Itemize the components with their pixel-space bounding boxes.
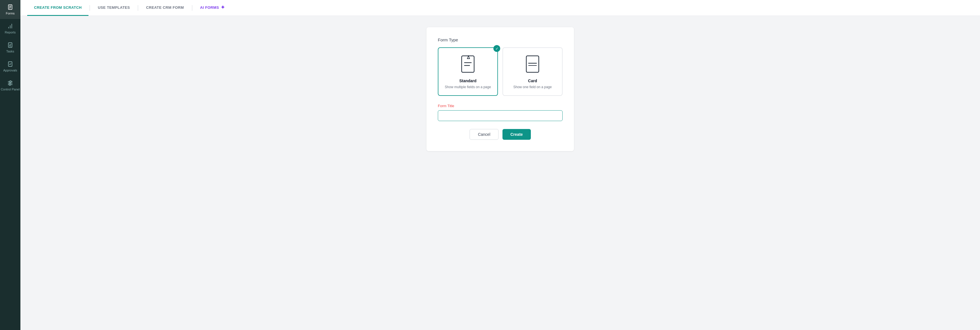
sidebar-item-approvals[interactable]: Approvals [0,57,21,76]
forms-icon [7,4,13,10]
main-area: CREATE FROM SCRATCH USE TEMPLATES CREATE… [21,0,980,330]
tab-create-crm-form[interactable]: CREATE CRM FORM [139,0,191,16]
type-option-standard[interactable]: ✓ Standard Show multiple fields on a pag… [438,48,498,96]
type-option-card[interactable]: Card Show one field on a page [503,48,563,96]
card-form-icon [524,55,541,75]
create-button[interactable]: Create [503,129,531,140]
tab-bar: CREATE FROM SCRATCH USE TEMPLATES CREATE… [21,0,980,16]
content-area: Form Type ✓ Standard Show multiple field… [21,16,980,330]
tasks-icon [7,42,13,48]
sidebar-item-control-panel-label: Control Panel [1,87,20,91]
approvals-icon [7,61,13,67]
selected-check-badge: ✓ [493,45,500,52]
sidebar-item-forms-label: Forms [6,12,14,15]
button-row: Cancel Create [438,129,563,140]
cancel-button[interactable]: Cancel [469,129,498,140]
sidebar-item-control-panel[interactable]: Control Panel [0,76,21,95]
svg-rect-22 [526,56,539,72]
card-type-desc: Show one field on a page [513,85,552,90]
tab-ai-forms[interactable]: AI FORMS ✦ [193,0,232,16]
type-options: ✓ Standard Show multiple fields on a pag… [438,48,563,96]
tab-divider-2 [138,5,138,11]
tab-use-templates[interactable]: USE TEMPLATES [91,0,137,16]
sidebar-item-reports-label: Reports [5,31,16,34]
card-type-name: Card [528,79,537,83]
standard-type-name: Standard [460,79,477,83]
tab-create-from-scratch[interactable]: CREATE FROM SCRATCH [27,0,89,16]
form-card: Form Type ✓ Standard Show multiple field… [426,27,574,151]
form-title-input[interactable] [438,110,563,121]
sidebar-item-tasks-label: Tasks [6,49,14,53]
sidebar-item-forms[interactable]: Forms [0,0,21,19]
form-type-label: Form Type [438,37,563,42]
standard-type-desc: Show multiple fields on a page [445,85,491,90]
standard-form-icon [460,55,476,75]
ai-star-icon: ✦ [221,4,225,11]
reports-icon [7,23,13,29]
form-title-label: Form Title [438,104,563,108]
sidebar-item-approvals-label: Approvals [3,68,17,72]
control-panel-icon [7,80,13,86]
sidebar-item-reports[interactable]: Reports [0,19,21,38]
sidebar-item-tasks[interactable]: Tasks [0,38,21,57]
sidebar: Forms Reports Tasks Approvals [0,0,21,330]
